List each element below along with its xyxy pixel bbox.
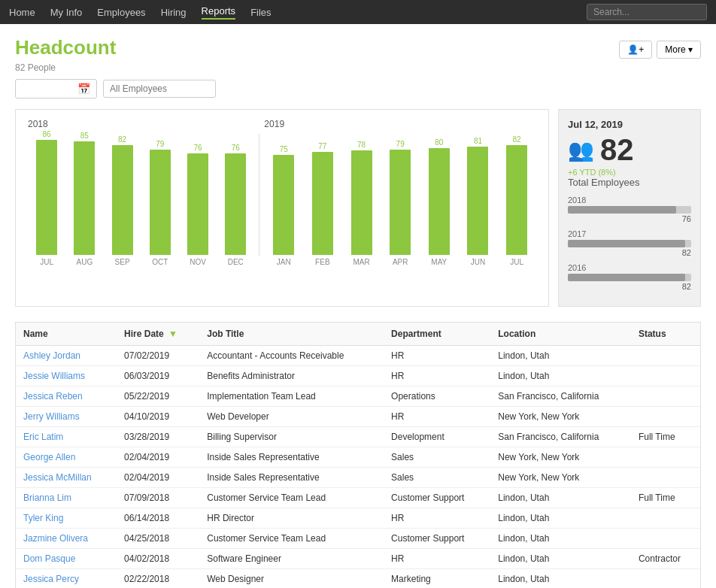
sort-icon: ▼ (168, 329, 177, 339)
bar-group: 76 DEC (217, 144, 254, 271)
employee-link[interactable]: Jerry Williams (23, 411, 80, 422)
cell-location: San Francisco, California (490, 386, 631, 407)
bar (187, 153, 208, 255)
total-count: 82 (600, 135, 634, 165)
nav-files[interactable]: Files (250, 7, 271, 18)
year-stat-item: 2016 82 (568, 263, 691, 291)
cell-department: Sales (384, 468, 490, 488)
table-row: Dom Pasque 04/02/2018 Software Engineer … (16, 549, 700, 569)
cell-hire-date: 02/04/2019 (117, 447, 199, 468)
cell-name[interactable]: Jessica McMillan (16, 468, 117, 488)
cell-name[interactable]: George Allen (16, 447, 117, 468)
cell-location: New York, New York (490, 447, 631, 468)
year-stats: 2018 76 2017 82 2016 82 (568, 195, 691, 291)
nav-myinfo[interactable]: My Info (50, 7, 83, 18)
year-bar-bg (568, 240, 691, 247)
cell-name[interactable]: Jessica Reben (16, 386, 117, 407)
bar-value: 76 (232, 144, 240, 152)
bar-label: JUL (510, 258, 523, 271)
cell-location: Lindon, Utah (490, 569, 631, 589)
main-content: Headcount 👤+ More ▾ 82 People 07/12/2019… (0, 24, 716, 588)
cell-status (631, 346, 700, 366)
employee-link[interactable]: Jessie Williams (23, 371, 85, 381)
table-row: Brianna Lim 07/09/2018 Customer Service … (16, 488, 700, 508)
cell-name[interactable]: Tyler King (16, 508, 117, 529)
cell-status (631, 468, 700, 488)
cell-name[interactable]: Brianna Lim (16, 488, 117, 508)
cell-name[interactable]: Jessie Williams (16, 366, 117, 386)
bar-label: MAR (353, 258, 369, 271)
cell-department: HR (384, 346, 490, 366)
chart-section: 2018 86 JUL 85 AUG 82 SEP 79 OCT (15, 109, 701, 307)
bar-group: 86 JUL (28, 130, 65, 271)
employee-filter[interactable] (103, 80, 216, 98)
col-location: Location (490, 323, 631, 346)
table-row: Eric Latim 03/28/2019 Billing Supervisor… (16, 427, 700, 447)
table-header-row: Name Hire Date ▼ Job Title Department Lo… (16, 323, 700, 346)
cell-status (631, 366, 700, 386)
year-stat-item: 2018 76 (568, 195, 691, 223)
cell-name[interactable]: Eric Latim (16, 427, 117, 447)
cell-name[interactable]: Jerry Williams (16, 407, 117, 427)
employee-link[interactable]: Jessica Percy (23, 574, 79, 584)
cell-hire-date: 06/03/2019 (117, 366, 199, 386)
bar-value: 76 (193, 144, 202, 152)
cell-hire-date: 04/10/2019 (117, 407, 199, 427)
cell-status (631, 407, 700, 427)
nav-hiring[interactable]: Hiring (161, 7, 187, 18)
bar-group: 79 APR (381, 140, 420, 271)
employee-link[interactable]: Jessica Reben (23, 391, 83, 402)
navigation: Home My Info Employees Hiring Reports Fi… (0, 0, 716, 24)
table-row: Jessica McMillan 02/04/2019 Inside Sales… (16, 468, 700, 488)
filters-row: 07/12/2019 📅 (15, 79, 701, 99)
year-stat-item: 2017 82 (568, 229, 691, 257)
employee-link[interactable]: Eric Latim (23, 432, 63, 442)
cell-name[interactable]: Dom Pasque (16, 549, 117, 569)
total-employees-label: Total Employees (568, 177, 691, 188)
bar (467, 147, 488, 255)
cell-location: Lindon, Utah (490, 488, 631, 508)
people-count: 82 People (15, 62, 701, 73)
nav-home[interactable]: Home (9, 7, 35, 18)
cell-location: Lindon, Utah (490, 529, 631, 549)
bar-value: 82 (513, 135, 521, 144)
nav-employees[interactable]: Employees (97, 7, 145, 18)
cell-job-title: Web Designer (199, 569, 384, 589)
date-input-field[interactable]: 07/12/2019 (22, 83, 74, 94)
chart-divider (259, 134, 259, 256)
cell-name[interactable]: Jazmine Olivera (16, 529, 117, 549)
bar-label: AUG (77, 258, 93, 271)
cell-name[interactable]: Jessica Percy (16, 569, 117, 589)
page-header: Headcount 👤+ More ▾ (15, 36, 701, 59)
bar-value: 75 (280, 145, 288, 153)
employee-link[interactable]: Jazmine Olivera (23, 533, 88, 544)
table-row: Tyler King 06/14/2018 HR Director HR Lin… (16, 508, 700, 529)
cell-status (631, 569, 700, 589)
employee-link[interactable]: Dom Pasque (23, 553, 75, 564)
year-stat-value: 82 (568, 248, 691, 257)
cell-job-title: Inside Sales Representative (199, 447, 384, 468)
employee-link[interactable]: George Allen (23, 452, 75, 462)
cell-hire-date: 07/02/2019 (117, 346, 199, 366)
date-filter[interactable]: 07/12/2019 📅 (15, 79, 97, 99)
cell-job-title: Web Developer (199, 407, 384, 427)
employee-link[interactable]: Tyler King (23, 513, 63, 523)
cell-name[interactable]: Ashley Jordan (16, 346, 117, 366)
bar-value: 77 (318, 142, 326, 150)
cell-job-title: Billing Supervisor (199, 427, 384, 447)
nav-reports[interactable]: Reports (202, 5, 236, 20)
col-hire-date[interactable]: Hire Date ▼ (117, 323, 199, 346)
employee-link[interactable]: Brianna Lim (23, 493, 71, 503)
employee-link[interactable]: Jessica McMillan (23, 472, 92, 483)
cell-department: Operations (384, 386, 490, 407)
year-2018-label: 2018 (28, 119, 254, 129)
more-button[interactable]: More ▾ (657, 41, 701, 59)
year-stat-value: 76 (568, 214, 691, 223)
header-actions: 👤+ More ▾ (619, 41, 701, 59)
employee-link[interactable]: Ashley Jordan (23, 350, 80, 361)
add-button[interactable]: 👤+ (619, 41, 652, 59)
search-input[interactable] (587, 4, 707, 20)
bar-label: FEB (315, 258, 329, 271)
bar-label: MAY (431, 258, 447, 271)
bar (74, 141, 95, 255)
